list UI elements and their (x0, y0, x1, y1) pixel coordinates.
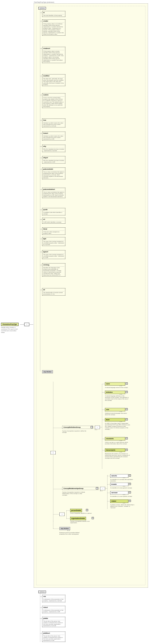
expand-toggle[interactable]: − (91, 426, 93, 428)
attr-name: uri (43, 218, 64, 220)
expand-toggle[interactable]: + (126, 449, 128, 451)
expand-toggle[interactable]: + (129, 500, 131, 502)
attr-dir: dirThe directionality of textual content… (42, 288, 65, 296)
connector (40, 290, 42, 290)
connector (40, 95, 42, 95)
connector (40, 133, 42, 134)
relgroup-card: 0..∞ (100, 490, 102, 492)
top-any-label: any ##other (44, 371, 51, 372)
expand-toggle[interactable]: + (92, 517, 94, 519)
attr-type: typeThe type of the concept assigned as … (42, 237, 65, 246)
element-narrower: narrower (110, 491, 128, 494)
top-any-box: any ##other (42, 370, 53, 373)
extension-any-card: 0..∞ (67, 530, 70, 531)
attr-xml-lang: xml:langSpecifies the language of this p… (42, 263, 65, 276)
expand-toggle[interactable]: + (126, 391, 128, 393)
connector (102, 439, 105, 439)
expand-toggle[interactable]: + (129, 491, 131, 494)
attr-doc: Why the metadata has been included - exp… (43, 160, 64, 163)
connector (40, 265, 42, 265)
connector (40, 158, 42, 158)
attr-name: roleuri (43, 606, 64, 608)
attr-name: typeuri (43, 251, 64, 253)
element-doc: A natural language name for the concept. (105, 387, 130, 388)
element-sameAs: sameAs (110, 474, 128, 478)
element-facet: facet (105, 418, 125, 422)
root-sequence: ⋯ (24, 323, 29, 326)
relgroup-sequence: ⋯ (100, 487, 105, 490)
element-name: name (106, 383, 124, 385)
element-doc: A natural language definition of the sem… (105, 395, 130, 401)
connector (20, 324, 24, 325)
attr-jobtitle: jobtitleThe job title of the person who … (42, 617, 65, 627)
attr-qcode: qcodeA qualified code which identifies a… (42, 208, 65, 215)
attr-doc: A free-text value assigned as property v… (43, 231, 64, 234)
concept-definition-group-name: ConceptDefinitionGroup (63, 426, 81, 428)
connector (107, 493, 110, 493)
attr-howuri: howuriIndicates by which means the value… (42, 132, 65, 140)
expand-toggle[interactable]: + (126, 418, 128, 420)
connector (40, 229, 42, 229)
element-card: 0..∞ (120, 440, 122, 441)
defgroup-card: 0..∞ (95, 429, 97, 430)
element-remoteInfo: remoteInfo (105, 437, 125, 440)
attr-doc: If set to true the corresponding propert… (43, 97, 64, 107)
attr-doc: The job title of the person who created … (43, 620, 64, 626)
extension-inner-dots (36, 6, 146, 585)
attr-doc: The type of the concept assigned as cont… (43, 254, 64, 258)
attr-name: how (43, 119, 64, 121)
connector (102, 392, 105, 392)
expand-toggle[interactable]: + (126, 382, 128, 384)
diagram-canvas: FlexAuthorPropType Flexible Author (crea… (0, 0, 149, 644)
attr-how: howIndicates by which means the value wa… (42, 118, 65, 128)
attributes-header-label: attributes (39, 8, 45, 9)
attr-name: qcode (43, 208, 64, 211)
expand-toggle[interactable]: + (126, 408, 128, 410)
extension-any-box: any ##other (59, 527, 70, 530)
expand-toggle[interactable]: + (129, 474, 131, 476)
attr-doc: The local identifier of the property. (43, 15, 64, 16)
defgroup-sequence: ⋯ (95, 426, 100, 429)
attr-name: jobtitleuri (43, 632, 64, 634)
expand-toggle[interactable]: + (129, 483, 131, 485)
attr-doc: A refinement of the semantics of the pro… (43, 610, 64, 612)
attr-typeuri: typeuriThe type of the concept assigned … (42, 250, 65, 259)
attr-doc: Specifies the language of this property … (43, 267, 64, 276)
attr-modified: modifiedThe date (and, optionally, the t… (42, 74, 65, 86)
attr-doc: A URI which identifies a concept. (43, 222, 64, 223)
expand-toggle[interactable]: + (126, 437, 128, 440)
connector (40, 76, 42, 76)
connector (40, 618, 42, 619)
attr-doc: If the property value is empty, specifie… (43, 51, 64, 62)
attr-pubconstraint: pubconstraintOne or many constraints tha… (42, 168, 65, 179)
connector (40, 239, 42, 239)
attr-pubconstrainturi: pubconstrainturiOne or many constraints … (42, 188, 65, 198)
element-doc: (In NAR 1.8 and later, facet is deprecat… (105, 423, 130, 430)
element-related: related (110, 500, 128, 503)
attr-doc: The job title of the person who created … (43, 635, 64, 641)
extension-any-label: any ##other (61, 528, 69, 529)
connector (40, 596, 42, 597)
attr-doc: Indicates by which means the value was e… (43, 122, 64, 127)
connector (107, 501, 110, 502)
attr-name: creatoruri (43, 48, 64, 50)
attr-creatoruri: creatoruriIf the property value is empty… (42, 47, 65, 63)
connector (40, 190, 42, 190)
person-details-doc: A set of properties specific to a person (70, 512, 96, 514)
attr-doc: Why the metadata has been included - exp… (43, 148, 64, 152)
expand-toggle[interactable]: − (96, 487, 98, 490)
attr-name: role (43, 596, 64, 598)
attr-name: id (43, 12, 64, 14)
attr-name: type (43, 238, 64, 240)
connector (53, 514, 59, 514)
connector (66, 518, 70, 519)
expand-toggle[interactable]: + (86, 509, 88, 511)
person-details: personDetails (70, 509, 82, 512)
connector (53, 528, 59, 529)
element-card: 0..∞ (120, 385, 122, 386)
attr-doc: One or many constraints that apply to pu… (43, 192, 64, 198)
element-broader: broader (110, 483, 128, 486)
connector (53, 382, 53, 521)
element-card: 0..∞ (123, 477, 125, 478)
attr-name: creator (43, 20, 64, 22)
